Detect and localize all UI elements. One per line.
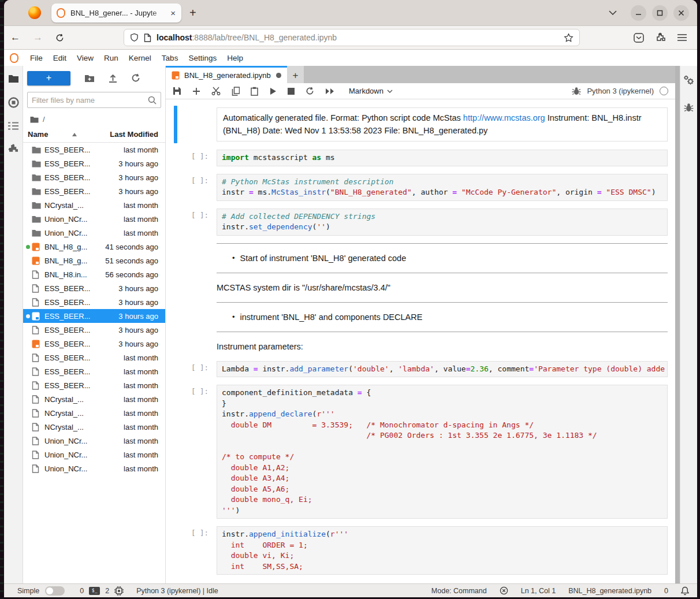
file-row[interactable]: BNL_H8_g...51 seconds ago xyxy=(23,254,165,267)
file-row[interactable]: ESS_BEER...3 hours ago xyxy=(23,295,165,309)
menu-icon[interactable] xyxy=(677,34,687,41)
unsaved-changes-dot[interactable] xyxy=(276,73,281,78)
file-row[interactable]: ESS_BEER...last month xyxy=(23,143,165,157)
menu-help[interactable]: Help xyxy=(222,51,248,65)
home-folder-icon[interactable] xyxy=(30,116,39,123)
menu-edit[interactable]: Edit xyxy=(48,51,72,65)
file-row[interactable]: ESS_BEER...last month xyxy=(23,351,165,364)
page-info-icon[interactable] xyxy=(144,34,151,42)
file-row[interactable]: ESS_BEER...3 hours ago xyxy=(23,309,165,323)
url-bar[interactable]: localhost:8888/lab/tree/BNL_H8_generated… xyxy=(124,29,580,46)
minimize-button[interactable] xyxy=(631,5,646,21)
code-input-area[interactable]: instr.append_initialize(r''' int ORDER =… xyxy=(217,526,668,575)
markdown-rendered-active[interactable]: Automatically generated file. Format: Py… xyxy=(217,107,668,142)
upload-icon[interactable] xyxy=(109,73,117,83)
extensions-icon[interactable] xyxy=(656,32,666,43)
cell-type-dropdown[interactable]: Markdown xyxy=(349,87,393,95)
refresh-file-list-icon[interactable] xyxy=(131,73,140,83)
maximize-button[interactable] xyxy=(652,5,668,21)
file-browser-icon[interactable] xyxy=(8,74,19,83)
new-launcher-button[interactable]: + xyxy=(27,71,70,85)
run-icon[interactable] xyxy=(269,87,277,95)
mcstas-link[interactable]: http://www.mcstas.org xyxy=(463,113,545,122)
extension-manager-icon[interactable] xyxy=(8,144,18,154)
notebook-scrollbar[interactable] xyxy=(675,66,680,583)
file-row[interactable]: ESS_BEER...3 hours ago xyxy=(23,170,165,184)
notifications-count[interactable]: 0 xyxy=(664,587,668,595)
notebook-cell-markdown-active[interactable]: Automatically generated file. Format: Py… xyxy=(166,107,675,142)
file-row[interactable]: Union_NCr...last month xyxy=(23,434,165,448)
file-row[interactable]: BNL_H8.in...56 seconds ago xyxy=(23,267,165,281)
copy-icon[interactable] xyxy=(232,87,240,96)
markdown-rendered[interactable]: •instrument 'BNL_H8' and components DECL… xyxy=(217,302,668,332)
menu-file[interactable]: File xyxy=(25,51,48,65)
table-of-contents-icon[interactable] xyxy=(8,122,18,130)
markdown-rendered[interactable]: MCSTAS system dir is "/usr/share/mcstas/… xyxy=(217,273,668,302)
paste-icon[interactable] xyxy=(251,87,258,96)
debugger-panel-icon[interactable] xyxy=(684,103,694,112)
kernel-name[interactable]: Python 3 (ipykernel) xyxy=(587,87,654,95)
menu-tabs[interactable]: Tabs xyxy=(157,51,184,65)
menu-kernel[interactable]: Kernel xyxy=(124,51,157,65)
sessions-status[interactable]: 0 $_ 2 xyxy=(80,586,124,596)
file-row[interactable]: Union_NCr...last month xyxy=(23,462,165,475)
active-cell-collapser[interactable] xyxy=(174,106,177,143)
pocket-icon[interactable] xyxy=(634,33,644,43)
column-name[interactable]: Name xyxy=(28,130,48,139)
save-icon[interactable] xyxy=(173,87,181,95)
code-input-area[interactable]: component_definition_metadata = { } inst… xyxy=(217,385,668,519)
new-tab-button[interactable]: + xyxy=(181,6,204,20)
file-row[interactable]: ESS_BEER...3 hours ago xyxy=(23,337,165,351)
active-file-name[interactable]: BNL_H8_generated.ipynb xyxy=(568,587,651,595)
code-input-area[interactable]: # Python McStas instrument description i… xyxy=(217,174,668,201)
cursor-position[interactable]: Ln 1, Col 1 xyxy=(521,587,556,595)
list-tabs-icon[interactable] xyxy=(609,10,617,15)
debugger-bug-icon[interactable] xyxy=(572,87,581,95)
notebook-cell-markdown[interactable]: •Start of instrument 'BNL_H8' generated … xyxy=(166,243,675,273)
code-input-area[interactable]: Lambda = instr.add_parameter('double', '… xyxy=(217,361,668,378)
notebook-cell-code[interactable]: [ ]:import mcstasscript as ms xyxy=(166,150,675,166)
markdown-rendered[interactable]: •Start of instrument 'BNL_H8' generated … xyxy=(217,243,668,273)
sort-ascending-icon[interactable] xyxy=(72,133,77,136)
file-row[interactable]: BNL_H8_g...41 seconds ago xyxy=(23,240,165,254)
file-row[interactable]: ESS_BEER...last month xyxy=(23,378,165,392)
code-input-area[interactable]: import mcstasscript as ms xyxy=(217,150,668,166)
file-row[interactable]: ESS_BEER...3 hours ago xyxy=(23,281,165,295)
file-row[interactable]: NCrystal_...last month xyxy=(23,392,165,406)
breadcrumb[interactable]: / xyxy=(23,113,165,127)
file-row[interactable]: NCrystal_...last month xyxy=(23,406,165,420)
column-last-modified[interactable]: Last Modified xyxy=(110,130,158,139)
file-row[interactable]: ESS_BEER...last month xyxy=(23,364,165,378)
breadcrumb-root[interactable]: / xyxy=(43,115,45,124)
file-row[interactable]: NCrystal_...last month xyxy=(23,198,165,212)
kernel-status-text[interactable]: Python 3 (ipykernel) | Idle xyxy=(136,587,218,595)
add-tab-button[interactable]: + xyxy=(287,66,304,83)
add-cell-icon[interactable] xyxy=(192,87,200,95)
simple-mode-toggle[interactable] xyxy=(45,586,65,596)
file-row[interactable]: ESS_BEER...3 hours ago xyxy=(23,323,165,337)
file-row[interactable]: ESS_BEER...3 hours ago xyxy=(23,184,165,198)
bell-icon[interactable] xyxy=(681,586,689,596)
notebook-cell-markdown[interactable]: Instrument parameters: xyxy=(166,332,675,361)
bookmark-star-icon[interactable] xyxy=(564,33,574,43)
notebook-cell-markdown[interactable]: MCSTAS system dir is "/usr/share/mcstas/… xyxy=(166,273,675,302)
new-folder-icon[interactable] xyxy=(84,74,95,83)
notebook-cell-markdown[interactable]: •instrument 'BNL_H8' and components DECL… xyxy=(166,302,675,332)
property-inspector-icon[interactable] xyxy=(683,75,694,85)
notebook-cell-code[interactable]: [ ]:# Python McStas instrument descripti… xyxy=(166,174,675,201)
back-icon[interactable]: ← xyxy=(4,32,27,43)
file-row[interactable]: Union_NCr...last month xyxy=(23,448,165,462)
file-row[interactable]: NCrystal_...last month xyxy=(23,420,165,434)
tab-close-icon[interactable]: × xyxy=(169,8,177,18)
notebook-tab[interactable]: BNL_H8_generated.ipynb xyxy=(166,66,287,83)
notebook-cell-code[interactable]: [ ]:instr.append_initialize(r''' int ORD… xyxy=(166,526,675,575)
forward-icon[interactable]: → xyxy=(27,32,49,43)
reload-icon[interactable] xyxy=(49,34,70,42)
code-input-area[interactable]: # Add collected DEPENDENCY strings instr… xyxy=(217,209,668,236)
trust-shield-icon[interactable] xyxy=(500,586,508,595)
file-row[interactable]: Union_NCr...last month xyxy=(23,226,165,240)
stop-icon[interactable] xyxy=(288,88,295,95)
restart-run-all-icon[interactable] xyxy=(325,88,334,95)
file-row[interactable]: Union_NCr...last month xyxy=(23,212,165,226)
filter-files-box[interactable] xyxy=(27,92,161,108)
